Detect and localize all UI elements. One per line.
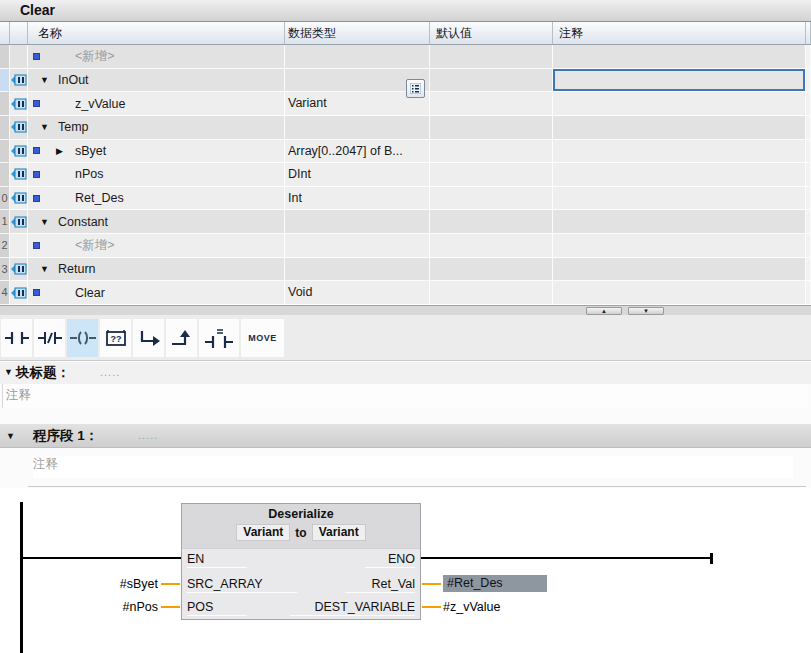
operand-z-vvalue[interactable]: #z_vValue (443, 599, 500, 616)
default-cell[interactable] (430, 140, 553, 164)
name-cell[interactable]: ▼ Constant (28, 210, 285, 234)
row-name[interactable]: Return (58, 262, 96, 276)
name-cell[interactable]: ▼ InOut (28, 69, 285, 93)
name-cell[interactable]: <新增> (28, 45, 285, 69)
default-cell[interactable] (430, 92, 553, 116)
row-name[interactable]: InOut (58, 73, 89, 87)
open-branch-button[interactable] (133, 319, 164, 357)
pin-eno[interactable]: ENO (365, 551, 415, 568)
comment-cell-selected[interactable] (553, 69, 806, 93)
network-canvas[interactable]: Deserialize Variant to Variant EN SRC_AR… (0, 488, 811, 653)
table-row[interactable]: <新增> (0, 45, 811, 69)
name-cell[interactable]: ▼ Temp (28, 116, 285, 140)
type-cell[interactable]: Void (285, 281, 430, 305)
table-row[interactable]: 2 <新增> (0, 234, 811, 258)
comment-cell[interactable] (553, 45, 806, 69)
pin-en[interactable]: EN (187, 551, 247, 568)
type-cell[interactable]: Int (285, 187, 430, 211)
comment-cell[interactable] (553, 187, 806, 211)
type-cell[interactable] (285, 258, 430, 282)
collapse-icon[interactable]: ▼ (40, 264, 51, 274)
collapse-icon[interactable]: ▼ (4, 367, 13, 377)
insert-empty-box-button[interactable]: ?? (100, 319, 131, 357)
row-name[interactable]: Ret_Des (75, 191, 124, 205)
operand-ret-des-selected[interactable]: #Ret_Des (443, 575, 547, 592)
comment-cell[interactable] (553, 258, 806, 282)
insert-move-button[interactable]: MOVE (241, 319, 284, 357)
comment-cell[interactable] (553, 116, 806, 140)
row-name[interactable]: Clear (75, 286, 105, 300)
splitter-expand-up-button[interactable]: ▲ (586, 307, 622, 315)
row-name[interactable]: <新增> (75, 48, 115, 65)
header-comment[interactable]: 注释 (553, 22, 806, 44)
type-cell[interactable] (285, 45, 430, 69)
splitter-expand-down-button[interactable]: ▼ (628, 307, 664, 315)
detail-view-button[interactable] (406, 79, 425, 98)
comment-cell[interactable] (553, 234, 806, 258)
table-row[interactable]: 1 ▼ Constant (0, 210, 811, 234)
type-dropdown-right[interactable]: Variant (312, 524, 366, 541)
default-cell[interactable] (430, 187, 553, 211)
pin-pos[interactable]: POS (187, 599, 247, 616)
table-row[interactable]: 4 Clear Void (0, 281, 811, 305)
row-name[interactable]: sByet (75, 144, 106, 158)
row-name[interactable]: nPos (75, 167, 104, 181)
row-name[interactable]: Temp (58, 120, 89, 134)
default-cell[interactable] (430, 258, 553, 282)
insert-nc-contact-button[interactable] (34, 319, 65, 357)
default-cell[interactable] (430, 69, 553, 93)
type-cell[interactable]: DInt (285, 163, 430, 187)
name-cell[interactable]: nPos (28, 163, 285, 187)
close-branch-button[interactable] (166, 319, 197, 357)
table-row[interactable]: ▶ sByet Array[0..2047] of B... (0, 140, 811, 164)
block-comment-field[interactable]: 注释 (2, 384, 808, 408)
network-comment-field[interactable]: 注释 (33, 456, 793, 478)
network-title-placeholder[interactable]: ..... (138, 429, 158, 441)
name-cell[interactable]: ▼ Return (28, 258, 285, 282)
pin-src-array[interactable]: SRC_ARRAY (187, 576, 297, 593)
collapse-icon[interactable]: ▼ (40, 122, 51, 132)
header-default-value[interactable]: 默认值 (430, 22, 553, 44)
table-row[interactable]: 3 ▼ Return (0, 258, 811, 282)
insert-compare-button[interactable] (199, 319, 239, 357)
table-row[interactable]: nPos DInt (0, 163, 811, 187)
name-cell[interactable]: z_vValue (28, 92, 285, 116)
type-cell[interactable] (285, 210, 430, 234)
row-name[interactable]: <新增> (75, 237, 115, 254)
comment-cell[interactable] (553, 163, 806, 187)
row-name[interactable]: Constant (58, 215, 108, 229)
expand-icon[interactable]: ▶ (56, 146, 67, 156)
type-cell[interactable] (285, 116, 430, 140)
type-cell[interactable] (285, 234, 430, 258)
default-cell[interactable] (430, 163, 553, 187)
default-cell[interactable] (430, 210, 553, 234)
pane-splitter[interactable]: ▲ ▼ (0, 305, 811, 315)
instruction-name[interactable]: Deserialize (182, 504, 420, 521)
operand-npos[interactable]: #nPos (40, 599, 158, 616)
default-cell[interactable] (430, 281, 553, 305)
operand-sbyet[interactable]: #sByet (40, 576, 158, 593)
comment-cell[interactable] (553, 140, 806, 164)
insert-coil-button[interactable] (67, 319, 98, 357)
block-title-placeholder[interactable]: ..... (100, 366, 120, 378)
default-cell[interactable] (430, 234, 553, 258)
comment-cell[interactable] (553, 281, 806, 305)
header-name[interactable]: 名称 (28, 22, 285, 44)
header-data-type[interactable]: 数据类型 (285, 22, 430, 44)
name-cell[interactable]: <新增> (28, 234, 285, 258)
comment-cell[interactable] (553, 210, 806, 234)
insert-no-contact-button[interactable] (1, 319, 32, 357)
table-row[interactable]: ▼ Temp (0, 116, 811, 140)
row-name[interactable]: z_vValue (75, 97, 126, 111)
default-cell[interactable] (430, 116, 553, 140)
name-cell[interactable]: Clear (28, 281, 285, 305)
collapse-icon[interactable]: ▼ (6, 431, 15, 441)
pin-dest-variable[interactable]: DEST_VARIABLE (290, 599, 415, 616)
type-cell[interactable]: Array[0..2047] of B... (285, 140, 430, 164)
collapse-icon[interactable]: ▼ (40, 75, 51, 85)
collapse-icon[interactable]: ▼ (40, 217, 51, 227)
pin-ret-val[interactable]: Ret_Val (345, 576, 415, 593)
default-cell[interactable] (430, 45, 553, 69)
name-cell[interactable]: ▶ sByet (28, 140, 285, 164)
comment-cell[interactable] (553, 92, 806, 116)
